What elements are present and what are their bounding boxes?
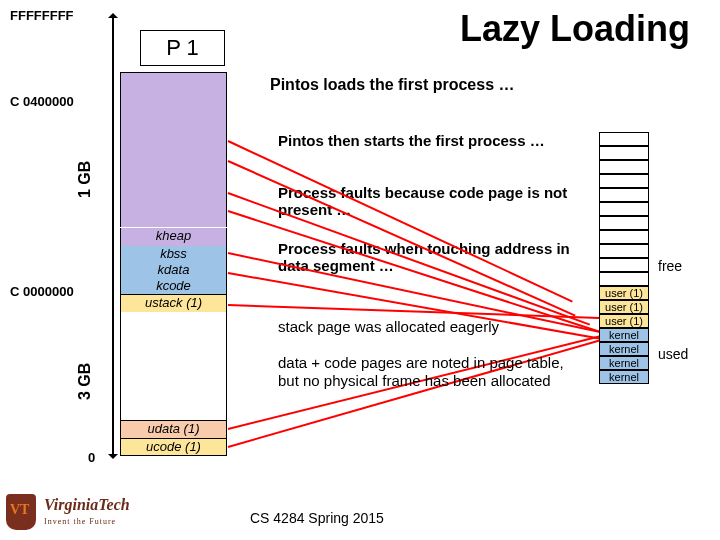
seg-ucode: ucode (1)	[120, 438, 227, 456]
frame-free-1	[599, 146, 649, 160]
frame-free-9	[599, 258, 649, 272]
seg-kdata: kdata	[120, 262, 227, 278]
addr-ffffffff: FFFFFFFF	[10, 8, 74, 23]
frame-user-1: user (1)	[599, 300, 649, 314]
addr-zero: 0	[88, 450, 95, 465]
frame-free-0	[599, 132, 649, 146]
footer-course: CS 4284 Spring 2015	[250, 510, 384, 526]
label-1gb: 1 GB	[76, 161, 94, 198]
frame-free-5	[599, 202, 649, 216]
plain-1: stack page was allocated eagerly	[278, 318, 588, 336]
vt-shield-icon	[6, 494, 36, 530]
vaddr-axis	[112, 14, 114, 458]
frame-kernel-0: kernel	[599, 328, 649, 342]
seg-kheap: kheap	[120, 228, 227, 246]
frame-free-7	[599, 230, 649, 244]
vt-logo: VirginiaTech Invent the Future	[6, 494, 166, 534]
addr-c0400000: C 0400000	[10, 94, 74, 109]
label-used: used	[658, 346, 688, 362]
frame-user-2: user (1)	[599, 314, 649, 328]
frame-kernel-2: kernel	[599, 356, 649, 370]
seg-kbss: kbss	[120, 246, 227, 262]
seg-udata: udata (1)	[120, 420, 227, 438]
slide-title: Lazy Loading	[460, 8, 690, 50]
addr-c0000000: C 0000000	[10, 284, 74, 299]
seg-ustack: ustack (1)	[120, 294, 227, 312]
expl-1: Pintos then starts the first process …	[278, 132, 578, 149]
logo-tagline: Invent the Future	[44, 517, 116, 526]
frame-free-10	[599, 272, 649, 286]
frame-free-2	[599, 160, 649, 174]
frame-free-8	[599, 244, 649, 258]
arrow-1	[228, 140, 573, 302]
frame-free-4	[599, 188, 649, 202]
frame-free-6	[599, 216, 649, 230]
expl-3: Process faults when touching address in …	[278, 240, 578, 275]
frame-user-0: user (1)	[599, 286, 649, 300]
user-gap	[120, 312, 227, 420]
arrow-9	[228, 336, 613, 448]
label-3gb: 3 GB	[76, 363, 94, 400]
kernel-heap-region	[120, 72, 227, 227]
seg-kcode: kcode	[120, 278, 227, 294]
subtitle: Pintos loads the first process …	[270, 76, 515, 94]
frame-kernel-1: kernel	[599, 342, 649, 356]
logo-line1: VirginiaTech	[44, 496, 130, 513]
frame-free-3	[599, 174, 649, 188]
label-free: free	[658, 258, 682, 274]
plain-2: data + code pages are noted in page tabl…	[278, 354, 588, 390]
process-column-header: P 1	[140, 30, 225, 66]
frame-kernel-3: kernel	[599, 370, 649, 384]
